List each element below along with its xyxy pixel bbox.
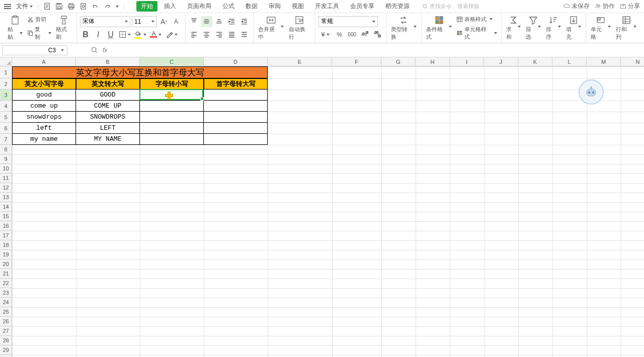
svg-rect-19 xyxy=(120,32,126,38)
name-box[interactable]: C3 xyxy=(2,45,67,55)
cell-style-button[interactable]: 单元格样式 xyxy=(455,25,498,41)
select-all-corner[interactable] xyxy=(0,57,12,66)
new-doc-icon[interactable] xyxy=(41,1,52,12)
format-painter-button[interactable]: 格式刷 xyxy=(54,15,73,41)
cell-grid[interactable]: 英文字母大小写互换和首字母大写英文小写字母英文转大写字母转小写首字母转大写goo… xyxy=(12,66,644,357)
assistant-avatar[interactable] xyxy=(579,79,604,105)
svg-rect-37 xyxy=(597,18,600,20)
data-cell[interactable] xyxy=(140,90,204,101)
filter-button[interactable]: 筛选 xyxy=(524,15,542,41)
redo-icon[interactable] xyxy=(102,1,113,12)
data-cell[interactable]: my name xyxy=(12,134,76,145)
data-cell[interactable]: LEFT xyxy=(76,123,140,134)
data-cell[interactable]: COME UP xyxy=(76,101,140,112)
tab-member[interactable]: 会员专享 xyxy=(346,1,379,12)
font-color-icon[interactable]: A xyxy=(149,29,163,40)
fx-label[interactable]: fx xyxy=(103,47,107,54)
decrease-font-icon[interactable]: A- xyxy=(171,16,182,27)
align-middle-icon[interactable] xyxy=(201,16,212,27)
data-cell[interactable] xyxy=(204,90,268,101)
data-cell[interactable] xyxy=(140,123,204,134)
formula-input[interactable] xyxy=(110,45,642,55)
chevron-down-icon[interactable] xyxy=(116,6,119,8)
merge-center-button[interactable]: 合并居中 xyxy=(257,15,285,41)
conditional-format-button[interactable]: 条件格式 xyxy=(425,15,453,41)
data-cell[interactable]: left xyxy=(12,123,76,134)
increase-font-icon[interactable]: A+ xyxy=(158,16,170,27)
svg-point-42 xyxy=(592,92,594,94)
fill-color-icon[interactable] xyxy=(133,29,147,40)
data-cell[interactable]: GOOD xyxy=(76,90,140,101)
decrease-indent-icon[interactable] xyxy=(226,16,237,27)
tab-review[interactable]: 审阅 xyxy=(264,1,285,12)
svg-rect-2 xyxy=(57,4,60,5)
tab-formula[interactable]: 公式 xyxy=(218,1,239,12)
data-cell[interactable]: SNOWDROPS xyxy=(76,112,140,123)
tab-resources[interactable]: 稻壳资源 xyxy=(381,1,414,12)
cut-button[interactable]: 剪切 xyxy=(26,15,52,24)
table-style-button[interactable]: 表格样式 xyxy=(455,15,498,24)
rowcol-button[interactable]: 行和列 xyxy=(614,15,638,41)
data-cell[interactable] xyxy=(204,112,268,123)
comma-icon[interactable]: 000 xyxy=(347,29,358,40)
undo-icon[interactable] xyxy=(90,1,101,12)
currency-icon[interactable]: ¥ xyxy=(318,29,333,40)
percent-icon[interactable]: % xyxy=(334,29,345,40)
underline-icon[interactable]: U xyxy=(105,29,116,40)
data-cell[interactable]: good xyxy=(12,90,76,101)
type-convert-button[interactable]: 类型转换 xyxy=(389,15,418,41)
file-menu[interactable]: 文件 xyxy=(14,2,35,11)
italic-icon[interactable]: I xyxy=(93,29,104,40)
tab-layout[interactable]: 页面布局 xyxy=(183,1,216,12)
data-cell[interactable]: snowdrops xyxy=(12,112,76,123)
increase-indent-icon[interactable] xyxy=(239,16,250,27)
decrease-decimal-icon[interactable]: .00.0 xyxy=(372,29,383,40)
border-icon[interactable] xyxy=(118,29,132,40)
clear-format-icon[interactable] xyxy=(165,29,179,40)
svg-point-7 xyxy=(82,5,85,8)
tab-data[interactable]: 数据 xyxy=(241,1,262,12)
align-bottom-icon[interactable] xyxy=(214,16,225,27)
number-format-select[interactable]: 常规 xyxy=(318,16,378,27)
sort-button[interactable]: 排序 xyxy=(544,15,562,41)
bold-icon[interactable]: B xyxy=(80,29,91,40)
increase-decimal-icon[interactable]: .0.00 xyxy=(359,29,370,40)
data-cell[interactable]: MY NAME xyxy=(76,134,140,145)
save-icon[interactable] xyxy=(53,1,64,12)
wrap-text-button[interactable]: 自动换行 xyxy=(287,15,312,41)
cell-button[interactable]: 单元格 xyxy=(589,15,613,41)
data-cell[interactable]: come up xyxy=(12,101,76,112)
column-headers[interactable]: ABCDEFGHIJKLMN xyxy=(12,57,644,66)
unsaved-status[interactable]: 未保存 xyxy=(564,2,590,11)
search-icon[interactable] xyxy=(89,45,100,56)
share-link[interactable]: 分享 xyxy=(620,2,640,11)
tab-devtools[interactable]: 开发工具 xyxy=(310,1,344,12)
copy-button[interactable]: 复制 xyxy=(26,25,52,41)
fill-button[interactable]: 填充 xyxy=(565,15,583,41)
print-icon[interactable] xyxy=(65,1,76,12)
orientation-icon[interactable] xyxy=(239,29,250,40)
paste-button[interactable]: 粘贴 xyxy=(6,15,24,41)
align-right-icon[interactable] xyxy=(214,29,225,40)
sum-button[interactable]: 求和 xyxy=(505,15,523,41)
font-size-select[interactable]: 11 xyxy=(132,16,157,27)
data-cell[interactable] xyxy=(204,123,268,134)
data-cell[interactable] xyxy=(140,134,204,145)
hamburger-icon[interactable] xyxy=(4,4,11,9)
search-hint[interactable]: 查找命令、搜索模板 xyxy=(422,3,479,10)
align-center-icon[interactable] xyxy=(201,29,212,40)
coop-link[interactable]: 协作 xyxy=(595,2,615,11)
tab-insert[interactable]: 插入 xyxy=(159,1,181,12)
data-cell[interactable] xyxy=(140,112,204,123)
font-select[interactable]: 宋体 xyxy=(80,16,130,27)
data-cell[interactable] xyxy=(204,101,268,112)
data-cell[interactable] xyxy=(204,134,268,145)
data-cell[interactable] xyxy=(140,101,204,112)
tab-view[interactable]: 视图 xyxy=(287,1,308,12)
tab-start[interactable]: 开始 xyxy=(136,1,157,12)
align-justify-icon[interactable] xyxy=(226,29,237,40)
align-left-icon[interactable] xyxy=(189,29,200,40)
align-top-icon[interactable] xyxy=(189,16,200,27)
print-preview-icon[interactable] xyxy=(77,1,89,12)
row-headers[interactable]: 1234567891011121314151617181920212223242… xyxy=(0,66,12,357)
